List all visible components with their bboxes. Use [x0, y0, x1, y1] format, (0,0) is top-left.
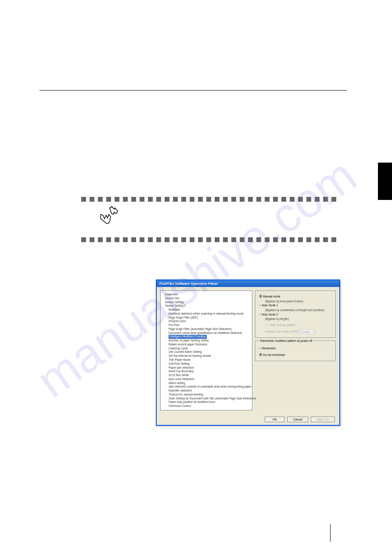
tree-item[interactable]: Dropout color	[162, 319, 251, 323]
tree-item[interactable]: Device Setting	[162, 301, 251, 305]
tree-item[interactable]: Thin Paper Mode	[162, 358, 251, 362]
settings-content: Manual mode (Bypass by front panel butto…	[255, 290, 336, 410]
tree-item[interactable]: Cleaning Cycle	[162, 347, 251, 351]
tree-item[interactable]: Device Info	[162, 297, 251, 301]
radio-auto1-sub: (Bypass by combination of length and pos…	[265, 308, 332, 312]
radio-auto2-sub: (Bypass by length)	[265, 317, 332, 321]
remember-legend: Remember multifeed pattern at power-off	[259, 339, 313, 343]
header-divider	[40, 90, 347, 91]
remember-group: Remember multifeed pattern at power-off …	[255, 341, 336, 361]
settings-tree[interactable]: Diagnosis Device Info Device Setting Dev…	[160, 290, 252, 410]
tree-item[interactable]: Imprinter selection	[162, 389, 251, 393]
dialog-title: FUJITSU Software Operation Panel	[159, 282, 218, 286]
tree-item[interactable]: Multifeed	[162, 308, 251, 312]
tree-item[interactable]: SCSI Bus Width	[162, 374, 251, 377]
tree-item[interactable]: AutoCrop Boundary	[162, 370, 251, 374]
ok-button[interactable]: OK	[265, 417, 284, 422]
tree-item[interactable]: Number of paper feeding retries	[162, 339, 251, 343]
tree-item[interactable]: Paper stop position at multifeed error	[162, 400, 251, 404]
cancel-button[interactable]: Cancel	[287, 417, 308, 422]
radio-manual-mode[interactable]: Manual mode	[259, 294, 332, 299]
tree-item[interactable]: Page Edge Filler (Automatic Page Size De…	[162, 327, 251, 331]
tree-item[interactable]: Paper jam detection	[162, 366, 251, 370]
tree-item[interactable]: Page Edge Filler (ADF)	[162, 316, 251, 320]
radio-auto-mode-1[interactable]: Auto mode 1	[259, 303, 332, 308]
note-border-top	[81, 197, 336, 202]
checkbox-clear-pattern: ☐Clear overlap pattern	[265, 323, 332, 327]
tree-item[interactable]: Jam detection outside of scannable area …	[162, 385, 251, 389]
tree-item[interactable]: Pre-Pick	[162, 323, 251, 327]
mode-group: Manual mode (Bypass by front panel butto…	[255, 290, 336, 338]
tree-item[interactable]: Scan Setting for Document with Tab (Auto…	[162, 397, 251, 401]
side-tab	[378, 163, 392, 200]
tree-item[interactable]: Set the interval for feeding sheets	[162, 354, 251, 358]
tree-item[interactable]: Document check area specification for Mu…	[162, 331, 251, 335]
tree-item[interactable]: Soft Pick Setting	[162, 362, 251, 366]
radio-remember[interactable]: Remember	[259, 346, 332, 351]
enable-scan-label: Enable Scan Button (VRS)	[265, 330, 299, 334]
note-border-bottom	[81, 237, 336, 242]
page-number-divider	[330, 524, 331, 542]
tree-item[interactable]: Life Counter Alarm Setting	[162, 350, 251, 354]
apply-button: Apply (A)	[311, 417, 335, 422]
tree-item-selected[interactable]: Intelligent Multifeed Function	[169, 335, 207, 339]
tree-item[interactable]: Multifeed detection when scanning in man…	[162, 312, 251, 316]
radio-manual-sub: (Bypass by front panel button)	[265, 299, 332, 304]
tree-item[interactable]: Overscan Control	[162, 404, 251, 408]
dialog-body: Diagnosis Device Info Device Setting Dev…	[157, 287, 339, 414]
dialog-titlebar: FUJITSU Software Operation Panel	[157, 280, 339, 287]
tree-item[interactable]: Timeout for manual feeding	[162, 393, 251, 397]
radio-do-not-remember[interactable]: Do not remember	[259, 353, 332, 358]
attention-hand-icon	[97, 206, 121, 229]
tree-item[interactable]: Alarm setting	[162, 381, 251, 385]
software-operation-panel-dialog: FUJITSU Software Operation Panel Diagnos…	[156, 279, 340, 426]
tree-item-expanded[interactable]: Device Setting 2	[162, 304, 251, 308]
tree-item[interactable]: Diagnosis	[162, 293, 251, 297]
dialog-button-row: OK Cancel Apply (A)	[157, 414, 339, 425]
enable-scan-combo: Enable	[300, 329, 316, 334]
tree-item[interactable]: Auto color Detection	[162, 377, 251, 381]
enable-scan-row: Enable Scan Button (VRS) Enable	[265, 329, 332, 334]
radio-auto-mode-2[interactable]: Auto mode 2	[259, 312, 332, 317]
tree-item[interactable]: Retain current paper thickness	[162, 343, 251, 347]
